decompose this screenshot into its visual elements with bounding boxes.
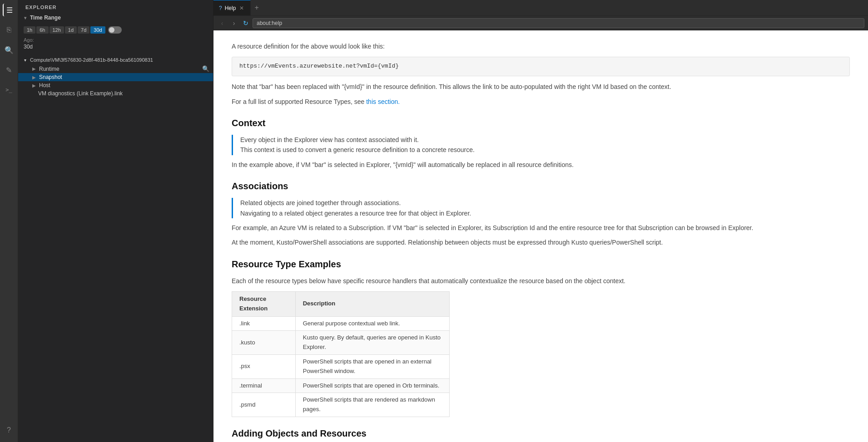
tree-item-runtime[interactable]: ▶ Runtime 🔍 bbox=[18, 64, 213, 73]
time-btn-1d[interactable]: 1d bbox=[65, 26, 77, 34]
explorer-icon[interactable]: ⎘ bbox=[3, 24, 15, 36]
sidebar: EXPLORER ▾ Time Range 1h 6h 12h 1d 7d 30… bbox=[18, 0, 213, 442]
tree-item-snapshot[interactable]: ▶ Snapshot bbox=[18, 73, 213, 81]
tab-add-button[interactable]: + bbox=[251, 0, 262, 15]
menu-icon[interactable]: ☰ bbox=[3, 4, 15, 16]
tree-root-chevron: ▾ bbox=[22, 57, 28, 63]
resource-types-title: Resource Type Examples bbox=[232, 257, 850, 271]
time-btn-30d[interactable]: 30d bbox=[90, 26, 105, 34]
table-cell-ext: .link bbox=[232, 316, 296, 331]
time-btn-7d[interactable]: 7d bbox=[78, 26, 89, 34]
resource-types-intro: Each of the resource types below have sp… bbox=[232, 276, 850, 286]
help-icon[interactable]: ? bbox=[3, 424, 15, 437]
associations-blockquote: Related objects are joined together thro… bbox=[232, 198, 850, 218]
tab-help-icon: ? bbox=[219, 5, 222, 11]
table-cell-ext: .terminal bbox=[232, 378, 296, 393]
note2: For a full list of supported Resource Ty… bbox=[232, 97, 850, 107]
context-blockquote: Every object in the Explorer view has co… bbox=[232, 135, 850, 155]
edit-icon[interactable]: ✎ bbox=[3, 64, 15, 76]
note2-text: For a full list of supported Resource Ty… bbox=[232, 98, 366, 105]
context-bq-2: This context is used to convert a generi… bbox=[240, 145, 850, 155]
refresh-button[interactable]: ↻ bbox=[241, 18, 251, 28]
resource-table: Resource Extension Description .linkGene… bbox=[232, 291, 450, 417]
tree-root-label: Compute\VM\3f576830-2d8f-481b-8448-bca56… bbox=[30, 57, 153, 63]
time-btn-6h[interactable]: 6h bbox=[36, 26, 48, 34]
time-range-label: Time Range bbox=[30, 15, 61, 21]
tree-root-vm[interactable]: ▾ Compute\VM\3f576830-2d8f-481b-8448-bca… bbox=[18, 55, 213, 64]
tree-section: ▾ Compute\VM\3f576830-2d8f-481b-8448-bca… bbox=[18, 54, 213, 442]
table-cell-ext: .psmd bbox=[232, 393, 296, 417]
associations-bq-2: Navigating to a related object generates… bbox=[240, 208, 850, 218]
tab-help-close[interactable]: ✕ bbox=[238, 4, 245, 12]
table-cell-desc: PowerShell scripts that are opened in Or… bbox=[295, 378, 449, 393]
time-btn-12h[interactable]: 12h bbox=[50, 26, 64, 34]
intro-text: A resource definition for the above woul… bbox=[232, 41, 850, 51]
runtime-chevron: ▶ bbox=[31, 66, 37, 72]
ago-value: 30d bbox=[24, 44, 208, 50]
tree-leaf-vmdiag[interactable]: VM diagnostics (Link Example).link bbox=[18, 89, 213, 98]
table-cell-desc: Kusto query. By default, queries are ope… bbox=[295, 331, 449, 355]
note1: Note that "bar" has been replaced with "… bbox=[232, 82, 850, 92]
host-chevron: ▶ bbox=[31, 82, 37, 88]
table-cell-ext: .kusto bbox=[232, 331, 296, 355]
adding-objects-title: Adding Objects and Resources bbox=[232, 426, 850, 441]
associations-title: Associations bbox=[232, 179, 850, 193]
sidebar-title: EXPLORER bbox=[18, 0, 213, 13]
time-btn-1h[interactable]: 1h bbox=[24, 26, 35, 34]
table-cell-desc: General purpose contextual web link. bbox=[295, 316, 449, 331]
snapshot-label: Snapshot bbox=[39, 74, 62, 80]
associations-para1: For example, an Azure VM is related to a… bbox=[232, 223, 850, 233]
back-button[interactable]: ‹ bbox=[217, 18, 227, 28]
search-icon[interactable]: 🔍 bbox=[3, 44, 15, 56]
context-title: Context bbox=[232, 116, 850, 130]
snapshot-chevron: ▶ bbox=[31, 74, 37, 80]
associations-para2: At the moment, Kusto/PowerShell associat… bbox=[232, 237, 850, 247]
context-bq-1: Every object in the Explorer view has co… bbox=[240, 135, 850, 145]
host-label: Host bbox=[39, 82, 50, 88]
forward-button[interactable]: › bbox=[229, 18, 239, 28]
tab-bar: ? Help ✕ + bbox=[213, 0, 868, 16]
table-header-desc: Description bbox=[295, 292, 449, 317]
time-range-header[interactable]: ▾ Time Range bbox=[18, 13, 213, 23]
tab-help[interactable]: ? Help ✕ bbox=[213, 0, 251, 15]
code-block: https://vmEvents.azurewebsite.net?vmId={… bbox=[232, 57, 850, 76]
time-toggle-switch[interactable] bbox=[108, 26, 122, 34]
associations-bq-1: Related objects are joined together thro… bbox=[240, 198, 850, 208]
table-row: .kustoKusto query. By default, queries a… bbox=[232, 331, 450, 355]
terminal-icon[interactable]: >_ bbox=[3, 83, 15, 96]
table-row: .psmdPowerShell scripts that are rendere… bbox=[232, 393, 450, 417]
table-row: .linkGeneral purpose contextual web link… bbox=[232, 316, 450, 331]
table-header-ext: Resource Extension bbox=[232, 292, 296, 317]
tab-help-label: Help bbox=[225, 5, 236, 11]
time-range-buttons: 1h 6h 12h 1d 7d 30d bbox=[24, 26, 208, 34]
table-row: .psxPowerShell scripts that are opened i… bbox=[232, 355, 450, 379]
table-cell-desc: PowerShell scripts that are opened in an… bbox=[295, 355, 449, 379]
address-input[interactable] bbox=[253, 18, 864, 28]
ago-label: Ago: bbox=[24, 37, 208, 43]
address-bar: ‹ › ↻ bbox=[213, 16, 868, 30]
note2-link[interactable]: this section. bbox=[366, 98, 400, 105]
runtime-label: Runtime bbox=[39, 66, 60, 72]
table-cell-desc: PowerShell scripts that are rendered as … bbox=[295, 393, 449, 417]
content-area: A resource definition for the above woul… bbox=[213, 30, 868, 442]
time-range-chevron: ▾ bbox=[22, 15, 28, 21]
activity-bar: ☰ ⎘ 🔍 ✎ >_ ? bbox=[0, 0, 18, 442]
tree-item-host[interactable]: ▶ Host bbox=[18, 81, 213, 89]
main-area: ? Help ✕ + ‹ › ↻ A resource definition f… bbox=[213, 0, 868, 442]
tree-search-icon[interactable]: 🔍 bbox=[202, 65, 209, 72]
table-row: .terminalPowerShell scripts that are ope… bbox=[232, 378, 450, 393]
context-para: In the example above, if VM "bar" is sel… bbox=[232, 160, 850, 170]
time-range-section: 1h 6h 12h 1d 7d 30d Ago: 30d bbox=[18, 23, 213, 54]
table-cell-ext: .psx bbox=[232, 355, 296, 379]
